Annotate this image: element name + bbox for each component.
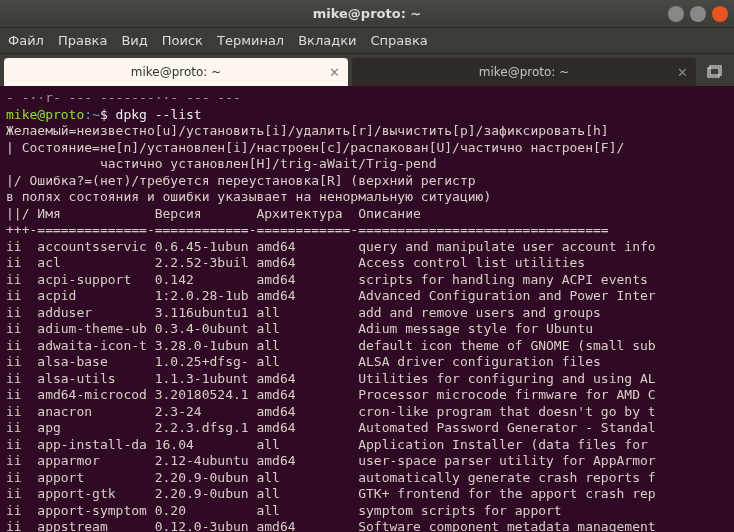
- terminal-output[interactable]: - -··r- --- -------··- --- --- mike@prot…: [0, 86, 734, 532]
- header-line: в полях состояния и ошибки указывает на …: [6, 189, 728, 206]
- tabbar: mike@proto: ~ ✕ mike@proto: ~ ✕: [0, 54, 734, 86]
- header-line: |/ Ошибка?=(нет)/требуется переустановка…: [6, 173, 728, 190]
- menu-edit[interactable]: Правка: [58, 33, 107, 48]
- menu-file[interactable]: Файл: [8, 33, 44, 48]
- truncated-line: - -··r- --- -------··- --- ---: [6, 90, 728, 107]
- new-tab-icon: [707, 65, 723, 79]
- menu-search[interactable]: Поиск: [162, 33, 203, 48]
- package-row: ii acpid 1:2.0.28-1ub amd64 Advanced Con…: [6, 288, 728, 305]
- prompt-command: dpkg --list: [116, 107, 202, 122]
- package-row: ii anacron 2.3-24 amd64 cron-like progra…: [6, 404, 728, 421]
- tab-label: mike@proto: ~: [479, 65, 570, 79]
- divider-line: +++-==============-============-========…: [6, 222, 728, 239]
- package-row: ii apparmor 2.12-4ubuntu amd64 user-spac…: [6, 453, 728, 470]
- menu-view[interactable]: Вид: [121, 33, 147, 48]
- package-row: ii adium-theme-ub 0.3.4-0ubunt all Adium…: [6, 321, 728, 338]
- package-row: ii accountsservic 0.6.45-1ubun amd64 que…: [6, 239, 728, 256]
- package-row: ii apport-gtk 2.20.9-0ubun all GTK+ fron…: [6, 486, 728, 503]
- menu-tabs[interactable]: Вкладки: [298, 33, 356, 48]
- package-list: ii accountsservic 0.6.45-1ubun amd64 que…: [6, 239, 728, 533]
- tab-label: mike@proto: ~: [131, 65, 222, 79]
- menu-terminal[interactable]: Терминал: [217, 33, 284, 48]
- package-row: ii alsa-base 1.0.25+dfsg- all ALSA drive…: [6, 354, 728, 371]
- package-row: ii apport-symptom 0.20 all symptom scrip…: [6, 503, 728, 520]
- package-row: ii alsa-utils 1.1.3-1ubunt amd64 Utiliti…: [6, 371, 728, 388]
- tab-1[interactable]: mike@proto: ~ ✕: [4, 58, 348, 86]
- menu-help[interactable]: Справка: [371, 33, 428, 48]
- header-line: Желаемый=неизвестно[u]/установить[i]/уда…: [6, 123, 728, 140]
- window-titlebar: mike@proto: ~: [0, 0, 734, 28]
- close-icon[interactable]: ✕: [329, 65, 340, 80]
- prompt-dollar: $: [100, 107, 116, 122]
- tab-2[interactable]: mike@proto: ~ ✕: [352, 58, 696, 86]
- close-icon[interactable]: ✕: [677, 65, 688, 80]
- package-row: ii app-install-da 16.04 all Application …: [6, 437, 728, 454]
- prompt-separator: :: [84, 107, 92, 122]
- prompt-path: ~: [92, 107, 100, 122]
- window-controls: [668, 6, 728, 22]
- column-header: ||/ Имя Версия Архитектура Описание: [6, 206, 728, 223]
- prompt-user-host: mike@proto: [6, 107, 84, 122]
- package-row: ii amd64-microcod 3.20180524.1 amd64 Pro…: [6, 387, 728, 404]
- package-row: ii acl 2.2.52-3buil amd64 Access control…: [6, 255, 728, 272]
- menubar: Файл Правка Вид Поиск Терминал Вкладки С…: [0, 28, 734, 54]
- package-row: ii acpi-support 0.142 amd64 scripts for …: [6, 272, 728, 289]
- window-title: mike@proto: ~: [313, 6, 422, 21]
- prompt-line: mike@proto:~$ dpkg --list: [6, 107, 728, 124]
- minimize-button[interactable]: [668, 6, 684, 22]
- package-row: ii apport 2.20.9-0ubun all automatically…: [6, 470, 728, 487]
- header-line: | Состояние=не[n]/установлен[i]/настроен…: [6, 140, 728, 157]
- package-row: ii adduser 3.116ubuntu1 all add and remo…: [6, 305, 728, 322]
- package-row: ii adwaita-icon-t 3.28.0-1ubun all defau…: [6, 338, 728, 355]
- package-row: ii appstream 0.12.0-3ubun amd64 Software…: [6, 519, 728, 532]
- header-line: частично установлен[H]/trig-aWait/Trig-p…: [6, 156, 728, 173]
- close-button[interactable]: [712, 6, 728, 22]
- maximize-button[interactable]: [690, 6, 706, 22]
- new-tab-button[interactable]: [700, 58, 730, 86]
- package-row: ii apg 2.2.3.dfsg.1 amd64 Automated Pass…: [6, 420, 728, 437]
